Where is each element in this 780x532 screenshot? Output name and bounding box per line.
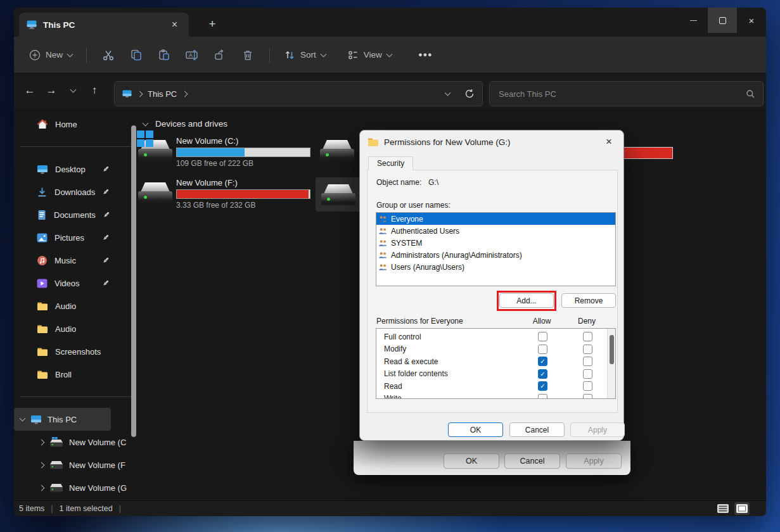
chevron-down-icon[interactable] — [143, 120, 149, 126]
sidebar-scrollbar[interactable] — [131, 125, 136, 437]
deny-checkbox[interactable] — [583, 357, 592, 366]
cancel-button-behind[interactable]: Cancel — [504, 453, 560, 469]
drive-icon[interactable] — [321, 182, 355, 208]
search-icon — [746, 89, 755, 99]
more-options-button[interactable]: ••• — [412, 43, 440, 67]
scrollbar-thumb[interactable] — [610, 335, 614, 364]
chevron-down-icon[interactable] — [20, 415, 26, 422]
sidebar-item-new-volume-f[interactable]: New Volume (F — [14, 453, 137, 476]
up-button[interactable]: ↑ — [84, 80, 105, 101]
sidebar-item-this-pc[interactable]: This PC — [14, 408, 111, 431]
sidebar-item-downloads[interactable]: Downloads — [14, 180, 137, 203]
forward-button[interactable]: → — [41, 80, 62, 101]
plus-circle-icon — [29, 49, 41, 61]
drive-c-icon[interactable] — [138, 138, 172, 163]
search-input[interactable] — [497, 89, 746, 99]
deny-checkbox[interactable] — [583, 345, 592, 354]
folder-icon — [37, 324, 48, 334]
chevron-right-icon[interactable] — [39, 484, 45, 491]
large-icons-view-button[interactable] — [734, 502, 750, 515]
drive-f-tile[interactable]: New Volume (F:) 3.33 GB free of 232 GB — [176, 178, 310, 210]
sidebar-item-home[interactable]: Home — [14, 113, 137, 136]
list-item-authenticated-users[interactable]: Authenticated Users — [376, 225, 615, 237]
deny-column-header: Deny — [573, 317, 601, 326]
home-icon — [37, 119, 48, 129]
rename-button[interactable]: A — [178, 43, 206, 67]
sidebar-item-documents[interactable]: Documents — [14, 203, 137, 226]
refresh-icon[interactable] — [464, 89, 475, 99]
properties-dialog-behind: OK Cancel Apply — [354, 441, 630, 475]
list-item-everyone[interactable]: Everyone — [376, 213, 615, 225]
perm-label: Full control — [384, 332, 421, 341]
this-pc-icon — [30, 415, 42, 424]
delete-button[interactable] — [234, 43, 262, 67]
cut-button[interactable] — [94, 43, 122, 67]
section-devices-and-drives[interactable]: Devices and drives — [143, 119, 227, 129]
permissions-list[interactable]: Full control Modify Read & execute ✓ Lis… — [376, 328, 616, 399]
pin-icon — [102, 165, 110, 173]
sidebar-item-new-volume-g[interactable]: New Volume (G — [14, 476, 137, 499]
list-item-administrators[interactable]: Administrators (Anurag\Administrators) — [376, 249, 615, 261]
sort-button-label: Sort — [300, 50, 316, 60]
address-dropdown-icon[interactable] — [445, 90, 451, 96]
sidebar-item-music[interactable]: Music — [14, 249, 137, 272]
details-view-button[interactable] — [715, 502, 731, 515]
folder-icon — [37, 301, 48, 311]
remove-button[interactable]: Remove — [561, 293, 616, 308]
dialog-close-icon[interactable]: × — [602, 136, 616, 148]
allow-checkbox[interactable]: ✓ — [538, 381, 547, 391]
address-bar[interactable]: This PC — [114, 81, 483, 106]
new-tab-button[interactable]: + — [201, 14, 223, 34]
ok-button[interactable]: OK — [448, 422, 503, 437]
drive-icon[interactable] — [320, 138, 354, 163]
cancel-button[interactable]: Cancel — [509, 422, 565, 437]
allow-checkbox[interactable]: ✓ — [538, 369, 547, 379]
back-button[interactable]: ← — [19, 80, 41, 101]
perm-row-modify: Modify — [376, 343, 615, 356]
copy-button[interactable] — [122, 43, 150, 67]
allow-checkbox[interactable] — [538, 394, 547, 400]
ok-button-behind[interactable]: OK — [444, 453, 499, 469]
close-button[interactable]: × — [737, 8, 766, 33]
view-button[interactable]: View — [341, 44, 398, 66]
breadcrumb[interactable]: This PC — [148, 89, 177, 99]
sort-button[interactable]: Sort — [278, 44, 332, 66]
drive-f-icon[interactable] — [138, 180, 172, 206]
maximize-button[interactable] — [708, 8, 737, 33]
tab-this-pc[interactable]: This PC × — [19, 13, 189, 37]
sidebar-item-audio[interactable]: Audio — [14, 294, 137, 317]
allow-checkbox[interactable]: ✓ — [538, 357, 547, 366]
recent-locations-button[interactable] — [62, 80, 84, 101]
allow-checkbox[interactable] — [538, 332, 547, 341]
sidebar-item-screenshots[interactable]: Screenshots — [14, 340, 137, 363]
drive-name: New Volume (C:) — [176, 136, 310, 146]
this-pc-icon — [122, 90, 132, 98]
sidebar-item-audio-2[interactable]: Audio — [14, 317, 137, 340]
group-user-list[interactable]: Everyone Authenticated Users SYSTEM — [376, 212, 616, 286]
share-button[interactable] — [206, 43, 234, 67]
deny-checkbox[interactable] — [583, 332, 592, 341]
deny-checkbox[interactable] — [583, 369, 592, 379]
tab-security[interactable]: Security — [368, 156, 413, 170]
sidebar-item-videos[interactable]: Videos — [14, 272, 137, 294]
desktop-icon — [37, 165, 48, 174]
allow-checkbox[interactable] — [538, 345, 547, 354]
sidebar-item-label: Audio — [55, 301, 76, 311]
paste-button[interactable] — [150, 43, 178, 67]
drive-c-tile[interactable]: New Volume (C:) 109 GB free of 222 GB — [176, 136, 310, 168]
sidebar-item-new-volume-c[interactable]: New Volume (C — [14, 431, 137, 453]
permissions-scrollbar[interactable] — [607, 329, 615, 398]
list-item-users[interactable]: Users (Anurag\Users) — [376, 261, 615, 273]
list-item-system[interactable]: SYSTEM — [376, 237, 615, 249]
new-button[interactable]: New — [23, 44, 79, 66]
minimize-button[interactable] — [679, 8, 708, 33]
sidebar-item-desktop[interactable]: Desktop — [14, 158, 137, 180]
deny-checkbox[interactable] — [583, 381, 592, 391]
drive-free-space: 109 GB free of 222 GB — [176, 159, 310, 168]
tab-close-icon[interactable]: × — [168, 18, 181, 31]
chevron-right-icon[interactable] — [39, 439, 45, 445]
chevron-right-icon[interactable] — [39, 462, 45, 468]
deny-checkbox[interactable] — [583, 394, 592, 400]
sidebar-item-broll[interactable]: Broll — [14, 363, 137, 386]
sidebar-item-pictures[interactable]: Pictures — [14, 226, 137, 249]
